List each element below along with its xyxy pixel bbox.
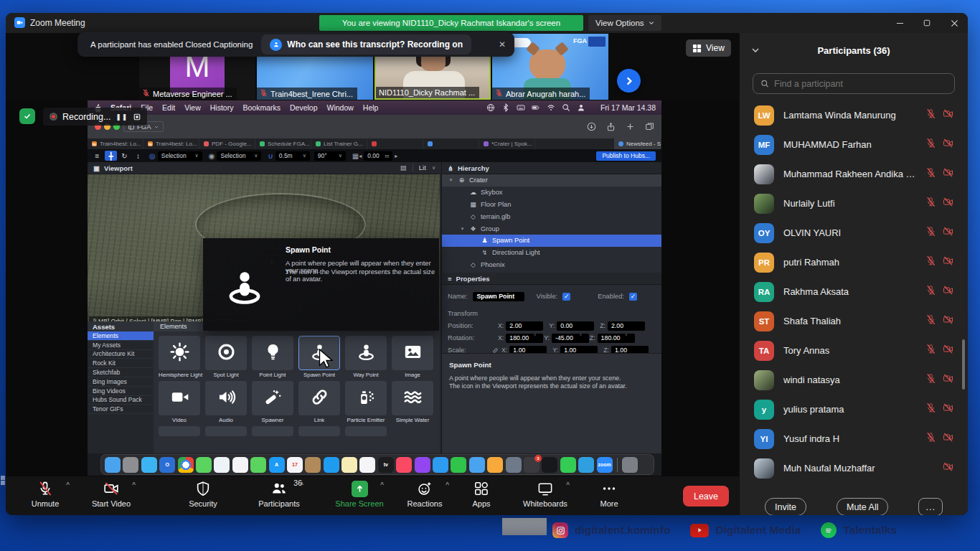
element-tile-spawner[interactable]: Spawner: [252, 381, 293, 423]
view-options-button[interactable]: View Options: [588, 15, 661, 31]
asset-category-sketchfab[interactable]: Sketchfab: [88, 368, 154, 377]
dock-contacts-icon[interactable]: [305, 457, 321, 473]
rotation-x-input[interactable]: 180.00: [506, 334, 543, 343]
element-tile-way-point[interactable]: Way Point: [345, 336, 387, 378]
transform-space-select[interactable]: Selection∨: [217, 151, 261, 161]
more-button[interactable]: More: [575, 480, 644, 508]
participant-search[interactable]: [753, 73, 955, 94]
element-tile-link[interactable]: Link: [298, 381, 340, 423]
expand-caret-icon[interactable]: ▾: [459, 226, 466, 232]
dock-notes-icon[interactable]: [341, 457, 357, 473]
more-options-button[interactable]: ...: [918, 498, 942, 515]
dock-app-store-icon[interactable]: A: [269, 457, 285, 473]
apps-button[interactable]: Apps: [447, 480, 516, 508]
translate-tool[interactable]: ╋: [105, 151, 117, 161]
browser-tab-newsfeed[interactable]: Newsfeed - S...: [614, 138, 661, 149]
dock-settings-icon[interactable]: 3: [524, 457, 540, 473]
participant-row[interactable]: yyulius pratama: [740, 395, 963, 424]
dock-launchpad-icon[interactable]: [123, 457, 138, 473]
menu-item-edit[interactable]: Edit: [162, 103, 175, 112]
asset-category-bing-videos[interactable]: Bing Videos: [88, 387, 154, 396]
dock-displays-icon[interactable]: [506, 457, 522, 473]
dock-zoom-icon[interactable]: zoom: [597, 457, 613, 473]
hierarchy-node-spawn-point[interactable]: ♟Spawn Point: [442, 235, 661, 247]
element-tile-spawn-point[interactable]: Spawn Point: [298, 336, 340, 378]
element-tile-video[interactable]: Video: [159, 381, 200, 423]
elements-tab[interactable]: Elements: [154, 321, 208, 331]
search-icon[interactable]: [562, 103, 570, 112]
invite-button[interactable]: Invite: [765, 498, 806, 515]
collapse-chevron-icon[interactable]: [751, 46, 760, 55]
grid-height-input[interactable]: 0.00m: [364, 151, 392, 161]
hierarchy-node-floor-plan[interactable]: ▦Floor Plan: [442, 199, 661, 211]
close-notification-button[interactable]: ✕: [499, 39, 506, 50]
search-input[interactable]: [774, 79, 947, 89]
dock-photos-icon[interactable]: [232, 457, 248, 473]
next-videos-button[interactable]: [617, 69, 641, 93]
participants-button[interactable]: Participants36^: [245, 480, 314, 508]
hierarchy-node-phoenix[interactable]: ◇Phoenix: [442, 259, 661, 271]
user-icon[interactable]: [577, 103, 585, 112]
dock-telegram-icon[interactable]: [578, 457, 594, 473]
downloads-icon[interactable]: [587, 122, 596, 131]
dock-podcasts-icon[interactable]: [415, 457, 430, 473]
asset-category-elements[interactable]: Elements: [88, 331, 154, 341]
chevron-up-icon[interactable]: ^: [380, 481, 384, 489]
minimize-button[interactable]: [886, 13, 913, 33]
browser-tab[interactable]: PDF - Google...: [199, 138, 255, 149]
element-tile-particle-emitter[interactable]: Particle Emitter: [345, 381, 387, 423]
keyboard-icon[interactable]: [517, 103, 525, 112]
chevron-up-icon[interactable]: ^: [132, 481, 136, 489]
dock-finder-icon[interactable]: [105, 457, 121, 473]
element-tile[interactable]: [298, 426, 340, 436]
publish-to-hubs-button[interactable]: Publish to Hubs...: [596, 151, 656, 161]
participant-row[interactable]: RARakhma Aksata: [740, 277, 963, 306]
name-input[interactable]: Spawn Point: [473, 292, 524, 301]
rotation-y-input[interactable]: -45.00: [552, 334, 589, 343]
element-tile-audio[interactable]: Audio: [205, 381, 247, 423]
dock-mail-icon[interactable]: [324, 457, 339, 473]
dock-obsidian-icon[interactable]: [542, 457, 557, 473]
chevron-up-icon[interactable]: ^: [566, 481, 570, 489]
close-button[interactable]: [941, 13, 968, 33]
participant-row[interactable]: TATory Annas: [740, 336, 963, 365]
browser-tab[interactable]: inTrain4best: Lo...: [143, 138, 199, 149]
browser-tab[interactable]: inTrain4best: Lo...: [88, 138, 143, 149]
browser-tab[interactable]: [367, 138, 423, 149]
dock-pages-icon[interactable]: [487, 457, 503, 473]
menu-item-view[interactable]: View: [184, 103, 201, 112]
scale-tool[interactable]: ↕: [132, 151, 144, 161]
dock-keynote-icon[interactable]: [433, 457, 448, 473]
asset-category-my-assets[interactable]: My Assets: [88, 341, 154, 350]
browser-tab[interactable]: List Trainer G...: [311, 138, 367, 149]
element-tile-hemisphere-light[interactable]: Hemisphere Light: [159, 336, 200, 378]
translation-snap-select[interactable]: 0.5m∨: [275, 151, 310, 161]
dock-outlook-icon[interactable]: O: [159, 457, 175, 473]
position-x-input[interactable]: 2.00: [506, 321, 543, 331]
new-tab-icon[interactable]: [626, 122, 635, 131]
security-button[interactable]: Security: [169, 480, 237, 508]
stepper-down[interactable]: ◂: [359, 153, 362, 159]
wifi-icon[interactable]: [547, 103, 555, 112]
dock-music-icon[interactable]: [396, 457, 412, 473]
element-tile-simple-water[interactable]: Simple Water: [392, 381, 433, 423]
browser-tab[interactable]: [423, 138, 479, 149]
browser-tab[interactable]: *Crater | Spok...: [479, 138, 535, 149]
leave-button[interactable]: Leave: [683, 486, 729, 507]
share-icon[interactable]: [606, 122, 616, 131]
dock-reminders-icon[interactable]: [359, 457, 375, 473]
element-tile-image[interactable]: Image: [392, 336, 433, 378]
asset-category-hubs-sound-pack[interactable]: Hubs Sound Pack: [88, 396, 154, 405]
dock-maps-icon[interactable]: [214, 457, 230, 473]
hierarchy-node-skybox[interactable]: ☁Skybox: [442, 187, 661, 199]
rotation-snap-select[interactable]: 90°∨: [314, 151, 346, 161]
visible-checkbox[interactable]: ✓: [562, 293, 570, 301]
element-tile[interactable]: [345, 426, 387, 436]
asset-category-tenor-gifs[interactable]: Tenor GIFs: [88, 405, 154, 414]
dock-calendar-icon[interactable]: 17: [287, 457, 303, 473]
dock-safari-icon[interactable]: [141, 457, 157, 473]
hierarchy-node-group[interactable]: ▾ ❖Group: [442, 222, 661, 235]
transcript-visibility-button[interactable]: Who can see this transcript? Recording o…: [261, 34, 471, 55]
menu-item-develop[interactable]: Develop: [290, 103, 318, 112]
dock-chrome-icon[interactable]: [178, 457, 194, 473]
